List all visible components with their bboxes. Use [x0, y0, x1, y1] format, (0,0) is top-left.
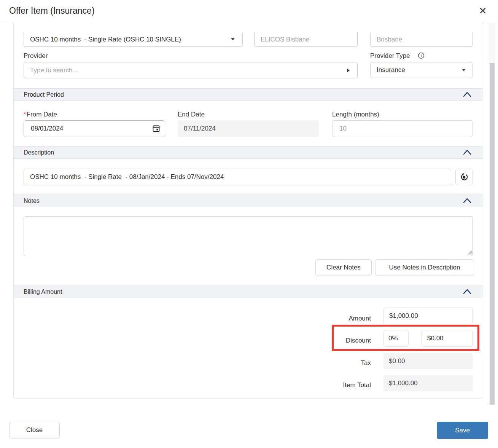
chevron-down-icon [462, 69, 466, 71]
item-total-field [383, 375, 473, 391]
discount-label: Discount [325, 337, 371, 344]
length-months-field[interactable] [332, 120, 473, 137]
vertical-scrollbar[interactable] [489, 23, 495, 405]
course-field[interactable] [254, 32, 358, 47]
notes-textarea[interactable] [24, 216, 473, 256]
discount-percent-input[interactable] [383, 330, 409, 347]
required-asterisk: * [24, 111, 26, 118]
section-description: Description [14, 146, 483, 159]
item-total-label: Item Total [325, 381, 371, 389]
offer-item-modal: Offer Item (Insurance) ✕ Provider Provid… [0, 0, 498, 448]
section-billing-amount: Billing Amount [14, 285, 483, 298]
clear-notes-button[interactable]: Clear Notes [315, 259, 372, 276]
length-label: Length (months) [332, 111, 379, 118]
section-title: Product Period [24, 91, 64, 98]
provider-label: Provider [24, 52, 48, 60]
product-select[interactable] [24, 32, 243, 47]
section-title: Description [24, 149, 54, 156]
modal-body-panel [13, 23, 483, 399]
info-icon [418, 52, 425, 61]
collapse-chevron-up-icon[interactable] [462, 197, 472, 205]
use-notes-in-description-button[interactable]: Use Notes in Description [375, 259, 474, 276]
section-title: Billing Amount [24, 289, 62, 295]
from-date-input[interactable] [24, 120, 165, 137]
calendar-icon[interactable] [152, 124, 160, 134]
description-input[interactable] [24, 169, 451, 185]
collapse-chevron-up-icon[interactable] [462, 288, 472, 296]
amount-label: Amount [325, 315, 371, 322]
close-icon[interactable]: ✕ [477, 5, 489, 17]
scrollbar-thumb[interactable] [490, 63, 495, 405]
end-date-field [178, 120, 319, 137]
provider-type-label: Provider Type [370, 52, 410, 60]
from-date-label: *From Date [24, 111, 57, 118]
end-date-label: End Date [178, 111, 205, 118]
section-product-period: Product Period [14, 88, 483, 101]
regenerate-description-button[interactable] [455, 169, 473, 185]
modal-header: Offer Item (Insurance) ✕ [0, 0, 498, 23]
section-notes: Notes [14, 195, 483, 207]
tax-label: Tax [325, 359, 371, 367]
section-title: Notes [24, 198, 40, 204]
resize-handle-icon[interactable] [467, 249, 473, 255]
collapse-chevron-up-icon[interactable] [462, 148, 472, 157]
discount-amount-input[interactable] [422, 330, 473, 347]
provider-type-select[interactable] [370, 62, 473, 78]
tax-field [383, 353, 473, 369]
expand-right-icon[interactable] [347, 69, 350, 72]
collapse-chevron-up-icon[interactable] [462, 91, 472, 99]
save-button[interactable]: Save [437, 422, 488, 439]
modal-title: Offer Item (Insurance) [9, 6, 95, 16]
chevron-down-icon [231, 38, 235, 40]
close-button[interactable]: Close [9, 422, 60, 438]
provider-search-input[interactable] [24, 62, 358, 78]
amount-input[interactable] [383, 308, 473, 324]
campus-field[interactable] [370, 32, 473, 47]
